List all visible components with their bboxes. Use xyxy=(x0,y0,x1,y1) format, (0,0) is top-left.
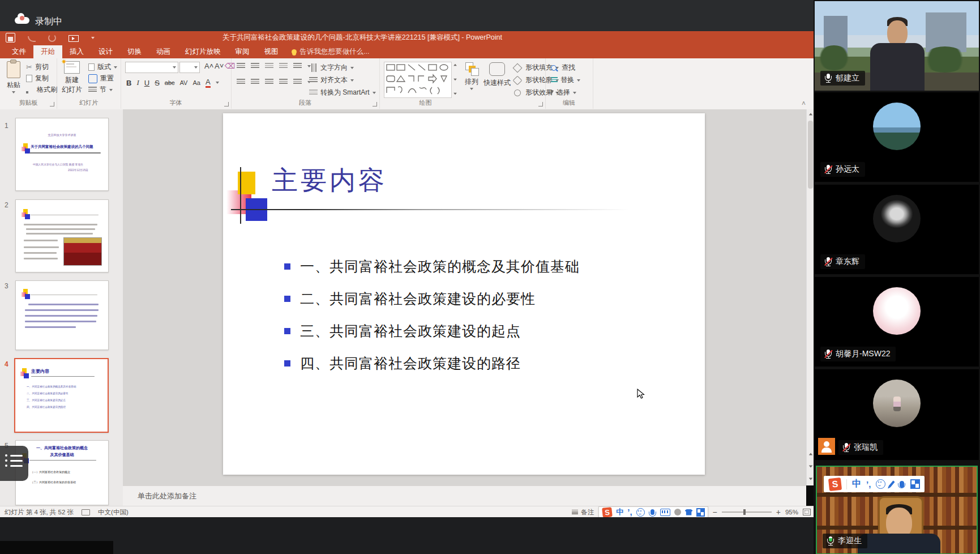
paste-button[interactable]: 粘贴 xyxy=(3,61,24,93)
notes-pane[interactable]: 单击此处添加备注 xyxy=(123,485,806,506)
slide-bullet-4[interactable]: 四、共同富裕社会政策建设的路径 xyxy=(300,354,521,373)
columns-icon[interactable] xyxy=(293,79,302,85)
ime-emoji-icon[interactable] xyxy=(636,508,645,517)
ime-language-mode[interactable]: 中 xyxy=(616,507,623,517)
new-slide-button[interactable]: ✷ 新建 幻灯片 xyxy=(59,61,85,95)
tell-me-box[interactable]: 告诉我您想要做什么... xyxy=(286,45,375,58)
font-color-dropdown-icon[interactable] xyxy=(216,82,219,84)
zoom-out-button[interactable]: − xyxy=(713,508,717,517)
layout-button[interactable]: 版式 xyxy=(88,62,117,72)
sogou-logo-icon[interactable]: S xyxy=(828,477,842,491)
align-center-icon[interactable] xyxy=(251,79,259,85)
participant-tile[interactable]: 郁建立 xyxy=(815,1,979,91)
character-spacing-button[interactable]: AV xyxy=(180,79,188,86)
font-color-button[interactable]: A xyxy=(206,78,211,88)
ime-pen-icon[interactable] xyxy=(889,480,895,488)
underline-button[interactable]: U xyxy=(144,79,149,87)
ime-toolbox-icon[interactable] xyxy=(697,509,704,516)
clear-abc-button[interactable]: abc xyxy=(165,79,175,86)
tab-review[interactable]: 审阅 xyxy=(228,45,257,58)
text-direction-button[interactable]: 文字方向 xyxy=(309,63,354,73)
thumbnail-slide-1[interactable]: 北京科技大学学术讲座 关于共同富裕社会政策建设的几个问题 中国人民大学社会与人口… xyxy=(15,118,109,191)
tab-design[interactable]: 设计 xyxy=(91,45,120,58)
slide-bullet-2[interactable]: 二、共同富裕社会政策建设的必要性 xyxy=(300,289,536,308)
convert-smartart-button[interactable]: 转换为 SmartArt xyxy=(309,88,376,97)
participant-tile[interactable]: 孙远太 xyxy=(815,92,979,182)
font-name-combobox[interactable] xyxy=(125,62,178,73)
collapse-ribbon-icon[interactable]: ˄ xyxy=(802,100,806,108)
language-indicator[interactable]: 中文(中国) xyxy=(98,508,129,517)
ime-voice-icon[interactable] xyxy=(651,509,654,515)
active-speaker-tile[interactable]: S 中 ’, 李迎生 xyxy=(816,466,978,554)
copy-button[interactable]: 复制 xyxy=(26,74,49,83)
participant-tile[interactable]: 胡馨月-MSW22 xyxy=(815,277,979,367)
tab-file[interactable]: 文件 xyxy=(5,45,33,58)
quick-styles-button[interactable]: 快速样式 xyxy=(482,61,512,88)
tab-view[interactable]: 视图 xyxy=(257,45,286,58)
notes-placeholder[interactable]: 单击此处添加备注 xyxy=(138,491,196,501)
shapes-scroll[interactable] xyxy=(452,62,459,97)
ime-punctuation-icon[interactable]: ’, xyxy=(627,509,632,515)
increase-indent-icon[interactable] xyxy=(279,63,288,69)
notes-toggle-button[interactable]: 备注 xyxy=(572,508,594,517)
drawing-dialog-launcher-icon[interactable] xyxy=(538,102,543,106)
sogou-logo-icon[interactable]: S xyxy=(602,507,613,518)
strikethrough-button[interactable]: S xyxy=(155,79,160,87)
slide-bullet-3[interactable]: 三、共同富裕社会政策建设的起点 xyxy=(300,322,521,340)
slide-scrollbar[interactable] xyxy=(806,109,814,485)
font-dialog-launcher-icon[interactable] xyxy=(224,102,229,106)
ime-soft-keyboard-icon[interactable] xyxy=(660,509,670,516)
section-button[interactable]: 节 xyxy=(88,85,113,95)
thumbnail-slide-2[interactable] xyxy=(15,199,109,272)
italic-button[interactable]: I xyxy=(136,78,139,87)
shapes-gallery[interactable] xyxy=(384,62,452,98)
change-case-button[interactable]: Aa xyxy=(192,79,200,86)
participant-tile[interactable]: 张瑞凯 xyxy=(815,369,979,460)
tab-home[interactable]: 开始 xyxy=(33,45,62,58)
scrollbar-thumb[interactable] xyxy=(808,121,813,189)
align-right-icon[interactable] xyxy=(265,79,273,85)
bold-button[interactable]: B xyxy=(126,79,131,87)
format-painter-button[interactable]: 格式刷 xyxy=(26,85,57,95)
tab-animations[interactable]: 动画 xyxy=(149,45,178,58)
fit-slide-to-window-button[interactable] xyxy=(803,509,811,515)
decrease-indent-icon[interactable] xyxy=(265,63,273,69)
spellcheck-icon[interactable] xyxy=(82,509,90,515)
thumbnail-slide-3[interactable] xyxy=(15,280,109,350)
line-spacing-icon[interactable] xyxy=(293,63,302,69)
ime-emoji-icon[interactable] xyxy=(876,479,885,489)
ime-account-icon[interactable] xyxy=(674,509,681,515)
slide-editor[interactable]: 主要内容 一、共同富裕社会政策的概念及其价值基础 二、共同富裕社会政策建设的必要… xyxy=(223,113,705,475)
reset-button[interactable]: 重置 xyxy=(88,74,114,83)
tab-insert[interactable]: 插入 xyxy=(62,45,91,58)
slide-bullet-1[interactable]: 一、共同富裕社会政策的概念及其价值基础 xyxy=(300,257,580,276)
cut-button[interactable]: ✂剪切 xyxy=(26,62,49,72)
clipboard-dialog-launcher-icon[interactable] xyxy=(50,102,54,106)
justify-icon[interactable] xyxy=(279,79,288,85)
replace-button[interactable]: 替换 xyxy=(551,75,580,85)
participant-tile[interactable]: 章东辉 xyxy=(815,185,979,274)
ime-skin-icon[interactable] xyxy=(685,509,693,515)
thumbnail-slide-5[interactable]: 一、共同富裕社会政策的概念 及其价值基础 （一）共同富裕社会政策的概念 （二）共… xyxy=(15,440,109,505)
zoom-in-button[interactable]: + xyxy=(776,508,781,517)
zoom-slider[interactable] xyxy=(722,512,772,513)
zoom-slider-thumb[interactable] xyxy=(743,509,746,515)
bullets-icon[interactable] xyxy=(237,63,245,69)
ime-language-mode[interactable]: 中 xyxy=(852,478,861,490)
tab-slideshow[interactable]: 幻灯片放映 xyxy=(178,45,228,58)
ime-toolbox-icon[interactable] xyxy=(911,480,919,488)
thumbnail-slide-4-selected[interactable]: 主要内容 一、共同富裕社会政策的概念及其价值基础 二、共同富裕社会政策建设的必要… xyxy=(14,358,109,433)
tab-transitions[interactable]: 切换 xyxy=(120,45,149,58)
zoom-level[interactable]: 95% xyxy=(785,509,798,515)
select-button[interactable]: 选择 xyxy=(551,88,576,97)
meeting-floating-menu[interactable] xyxy=(0,446,28,481)
find-button[interactable]: 查找 xyxy=(551,63,575,73)
arrange-button[interactable]: 排列 xyxy=(462,61,481,90)
font-size-combobox[interactable] xyxy=(179,62,200,73)
slide-title[interactable]: 主要内容 xyxy=(272,163,387,198)
ime-punctuation-icon[interactable]: ’, xyxy=(866,481,871,487)
align-text-button[interactable]: 对齐文本 xyxy=(309,75,354,85)
ime-voice-icon[interactable] xyxy=(900,481,904,488)
numbering-icon[interactable] xyxy=(251,63,259,69)
align-left-icon[interactable] xyxy=(237,79,245,85)
